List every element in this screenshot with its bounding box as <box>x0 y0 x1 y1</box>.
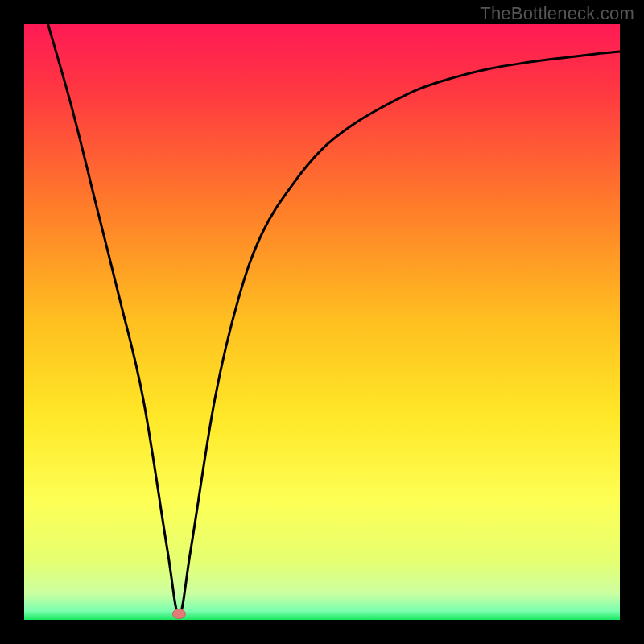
bottleneck-chart <box>24 24 620 620</box>
optimal-point-marker <box>172 609 185 619</box>
plot-area <box>24 24 620 620</box>
chart-frame: TheBottleneck.com <box>0 0 644 644</box>
watermark-text: TheBottleneck.com <box>480 3 634 24</box>
gradient-background <box>24 24 620 620</box>
